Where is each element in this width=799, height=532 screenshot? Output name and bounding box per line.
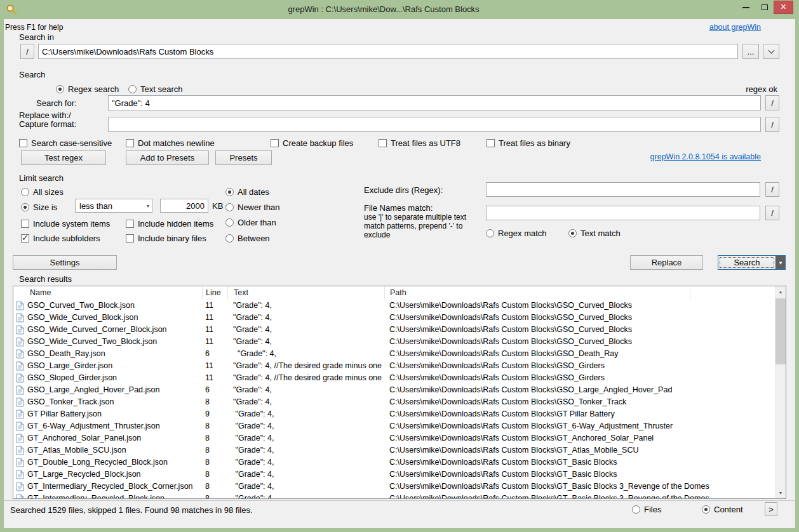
search-for-input[interactable] [108,95,761,110]
replace-with-input[interactable] [108,117,761,132]
result-file-name: GT_Double_Long_Recycled_Block.json [27,458,200,467]
exclude-dirs-input[interactable] [486,182,760,197]
all-dates-radio[interactable]: All dates [225,187,269,197]
path-regex-toggle-button[interactable]: / [20,44,34,59]
result-match-text: "Grade": 4, [233,385,384,394]
result-row[interactable]: GT Pillar Battery.json 9 "Grade": 4, C:\… [13,408,775,420]
exclude-dirs-regex-menu-button[interactable]: / [765,182,779,197]
show-files-radio[interactable]: Files [632,505,661,514]
result-row[interactable]: GSO_Tonker_Track.json 8 "Grade": 4, C:\U… [13,396,775,408]
include-binary-checkbox[interactable]: Include binary files [126,234,206,243]
regex-search-radio[interactable]: Regex search [56,84,119,94]
result-file-name: GSO_Wide_Curved_Two_Block.json [27,337,200,346]
result-row[interactable]: GSO_Wide_Curved_Corner_Block.json 11 "Gr… [13,324,775,336]
result-row[interactable]: GSO_Wide_Curved_Two_Block.json 11 "Grade… [13,336,775,348]
minimize-button[interactable] [737,1,755,14]
create-backup-checkbox[interactable]: Create backup files [271,138,353,148]
newer-than-radio[interactable]: Newer than [225,203,279,212]
result-row[interactable]: GT_Double_Long_Recycled_Block.json 8 "Gr… [13,456,775,469]
show-content-radio[interactable]: Content [702,505,743,514]
scroll-down-button[interactable]: ▼ [775,488,786,498]
result-match-text: "Grade": 4, [233,325,384,334]
add-to-presets-button[interactable]: Add to Presets [126,150,209,165]
radio-icon [632,505,640,514]
search-path-input[interactable] [38,44,738,59]
json-file-icon [16,434,24,443]
include-hidden-checkbox[interactable]: Include hidden items [126,219,213,229]
search-button-label[interactable]: Search [718,256,775,269]
result-row[interactable]: GT_6-Way_Adjustment_Thruster.json 8 "Gra… [13,420,775,432]
result-row[interactable]: GSO_Large_Girder.json 11 "Grade": 4, //T… [13,360,775,372]
treat-binary-checkbox[interactable]: Treat files as binary [487,138,570,148]
close-button[interactable]: × [774,1,793,14]
result-row[interactable]: GT_Intermediary_Recycled_Block_Corner.js… [13,481,775,493]
result-file-path: C:\Users\mike\Downloads\Rafs Custom Bloc… [389,470,770,479]
grepwin-magnifier-icon [6,4,17,15]
search-options-dropdown-button[interactable]: ▾ [775,256,785,269]
older-than-radio[interactable]: Older than [225,218,276,227]
result-row[interactable]: GSO_Sloped_Girder.json 11 "Grade": 4, //… [13,372,775,384]
result-row[interactable]: GSO_Curved_Two_Block.json 11 "Grade": 4,… [13,300,775,312]
size-comparison-select[interactable]: less than ▾ [75,199,152,213]
size-is-radio[interactable]: Size is [21,203,57,212]
result-match-text: "Grade": 4, [233,409,384,418]
dropdown-arrow-icon: ▾ [779,260,782,266]
search-for-regex-menu-button[interactable]: / [765,95,779,110]
checkbox-checked-icon [21,234,29,243]
result-line-number: 8 [205,494,227,498]
result-match-text: "Grade": 4, //The desired grade minus on… [233,361,384,370]
about-grepwin-link[interactable]: about grepWin [709,23,761,32]
json-file-icon [16,422,24,431]
file-names-regex-menu-button[interactable]: / [765,206,779,220]
minimize-icon [742,7,749,8]
treat-utf8-checkbox[interactable]: Treat files as UTF8 [379,138,460,148]
result-line-number: 8 [205,482,227,491]
all-sizes-radio[interactable]: All sizes [21,187,64,197]
path-history-dropdown-button[interactable] [763,44,779,59]
include-subfolders-checkbox[interactable]: Include subfolders [21,234,100,243]
search-button[interactable]: Search ▾ [718,255,786,270]
filename-text-match-radio[interactable]: Text match [568,229,621,238]
checkbox-icon [379,139,387,147]
result-row[interactable]: GT_Anchored_Solar_Panel.json 8 "Grade": … [13,432,775,444]
update-available-link[interactable]: grepWin 2.0.8.1054 is available [650,152,761,161]
json-file-icon [16,385,24,395]
checkbox-icon [126,234,134,243]
filename-regex-match-radio[interactable]: Regex match [486,229,547,238]
text-search-radio[interactable]: Text search [128,84,182,94]
result-row[interactable]: GT_Large_Recycled_Block.json 8 "Grade": … [13,469,775,481]
browse-folder-button[interactable]: ... [742,44,759,59]
file-names-input[interactable] [486,206,760,220]
maximize-button[interactable] [755,1,774,14]
settings-button[interactable]: Settings [13,255,117,270]
include-system-checkbox[interactable]: Include system items [21,219,110,229]
result-file-path: C:\Users\mike\Downloads\Rafs Custom Bloc… [389,434,770,442]
size-value-input[interactable] [160,199,208,213]
result-line-number: 11 [205,325,227,334]
vertical-scrollbar[interactable]: ▲ ▼ [775,286,786,498]
between-radio[interactable]: Between [225,234,270,243]
test-regex-button[interactable]: Test regex [21,150,106,165]
regex-search-label: Regex search [68,84,119,94]
column-header-line[interactable]: Line [203,286,228,300]
scrollbar-thumb[interactable] [775,298,786,364]
replace-regex-menu-button[interactable]: / [765,117,779,132]
dot-matches-newline-checkbox[interactable]: Dot matches newline [126,138,215,148]
case-sensitive-checkbox[interactable]: Search case-sensitive [19,138,112,148]
result-row[interactable]: GT_Atlas_Mobile_SCU.json 8 "Grade": 4, C… [13,444,775,456]
expand-results-button[interactable]: > [765,502,777,516]
column-header-text[interactable]: Text [228,286,385,300]
result-file-name: GSO_Large_Angled_Hover_Pad.json [27,385,200,394]
result-row[interactable]: GT_Intermediary_Recycled_Block.json 8 "G… [13,493,775,498]
scroll-up-button[interactable]: ▲ [775,286,786,297]
result-line-number: 6 [205,385,227,394]
result-row[interactable]: GSO_Death_Ray.json 6 "Grade": 4, C:\User… [13,348,775,360]
replace-button[interactable]: Replace [630,255,703,270]
result-row[interactable]: GSO_Wide_Curved_Block.json 11 "Grade": 4… [13,312,775,324]
result-row[interactable]: GSO_Large_Angled_Hover_Pad.json 6 "Grade… [13,384,775,396]
json-file-icon [16,470,24,479]
column-header-name[interactable]: Name [13,286,203,300]
column-header-path[interactable]: Path [385,286,690,300]
presets-button[interactable]: Presets [215,150,272,165]
client-area: Press F1 for help about grepWin Search i… [4,19,795,528]
